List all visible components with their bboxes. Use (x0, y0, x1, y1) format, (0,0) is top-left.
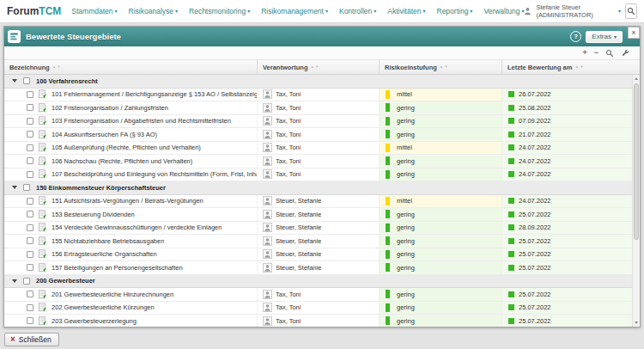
window-close-button[interactable]: × (628, 27, 640, 39)
schliessen-button[interactable]: × Schließen (4, 333, 59, 346)
column-header-1[interactable]: Verantwortung▲▼ (258, 60, 380, 74)
chevron-down-icon: ▾ (325, 9, 328, 14)
group-row[interactable]: 100 Verfahrensrecht (4, 75, 632, 89)
chevron-down-icon: ▾ (614, 34, 617, 40)
expand-all-button[interactable]: + (582, 49, 586, 57)
nav-item-rechtsmonitoring[interactable]: Rechtsmonitoring▾ (189, 7, 250, 15)
row-checkbox[interactable] (27, 118, 33, 125)
cell-bezeichnung: 203 Gewerbesteuerzerlegung (4, 315, 258, 327)
column-header-0[interactable]: Bezeichnung▲▼ (4, 60, 258, 74)
scrollbar-thumb[interactable] (634, 83, 639, 240)
user-menu[interactable]: Stefanie Steuer (ADMINISTRATOR) (536, 3, 613, 19)
sort-asc-icon: ▲ (440, 65, 443, 70)
row-checkbox[interactable] (27, 224, 33, 231)
column-header-2[interactable]: Risikoeinstufung▲▼ (380, 60, 502, 74)
owner-name: Tax, Toni (276, 170, 301, 178)
cell-bezeichnung: 105 Außenprüfung (Rechte, Pflichten und … (4, 142, 258, 155)
scroll-up-button[interactable] (633, 75, 640, 83)
collapse-all-button[interactable]: − (594, 49, 598, 57)
group-checkbox[interactable] (23, 184, 30, 191)
group-label: 200 Gewerbesteuer (36, 277, 95, 285)
row-checkbox[interactable] (27, 291, 33, 297)
assessment-date: 24.07.2022 (519, 157, 551, 165)
sort-icons[interactable]: ▲▼ (574, 65, 583, 70)
group-row[interactable]: 200 Gewerbesteuer (4, 275, 632, 289)
cell-bezeichnung: 155 Nichtabziehbare Betriebsausgaben (4, 235, 258, 248)
table-row[interactable]: 155 Nichtabziehbare BetriebsausgabenSteu… (4, 235, 632, 248)
group-checkbox[interactable] (23, 77, 30, 84)
row-checkbox[interactable] (27, 104, 33, 111)
row-checkbox[interactable] (27, 157, 33, 164)
steuergebiet-icon (38, 236, 47, 246)
extras-button[interactable]: Extras ▾ (586, 31, 623, 43)
app-logo[interactable]: ForumTCM (7, 5, 61, 17)
table-row[interactable]: 157 Beteiligungen an Personengesellschaf… (4, 261, 632, 275)
table-row[interactable]: 101 Fehlermanagement / Berichtigungsanze… (4, 89, 632, 102)
table-row[interactable]: 201 Gewerbesteuerliche HinzurechnungenTa… (4, 288, 632, 302)
table-row[interactable]: 107 Bescheidprüfung und Einlegung von Re… (4, 168, 632, 182)
risk-level-label: gering (397, 104, 415, 112)
table-row[interactable]: 154 Verdeckte Gewinnausschüttungen / ver… (4, 222, 632, 236)
row-checkbox[interactable] (27, 251, 33, 258)
scroll-down-button[interactable] (633, 319, 640, 327)
assessment-date: 25.07.2022 (519, 237, 551, 245)
nav-item-risikoanalyse[interactable]: Risikoanalyse▾ (129, 7, 178, 15)
person-icon (263, 196, 272, 205)
table-row[interactable]: 103 Fristenorganisation / Abgabefristen … (4, 115, 632, 129)
table-row[interactable]: 151 Aufsichtsrats-Vergütungen / Beirats-… (4, 195, 632, 209)
cell-risikoeinstufung: gering (380, 168, 502, 181)
filter-search-icon[interactable] (605, 49, 614, 58)
nav-item-aktivitten[interactable]: Aktivitäten▾ (387, 7, 425, 15)
nav-item-risikomanagement[interactable]: Risikomanagement▾ (261, 7, 328, 15)
sort-icons[interactable]: ▲▼ (440, 65, 448, 70)
table-toolbar: + − (4, 46, 640, 60)
row-checkbox[interactable] (27, 144, 33, 151)
column-header-3[interactable]: Letzte Bewertung am▲▼ (502, 60, 640, 74)
expand-collapse-icon[interactable] (12, 279, 17, 283)
row-checkbox[interactable] (27, 237, 33, 244)
cell-bezeichnung: 101 Fehlermanagement / Berichtigungsanze… (4, 89, 258, 101)
table-row[interactable]: 153 Besteuerung DividendenSteuer, Stefan… (4, 208, 632, 222)
row-checkbox[interactable] (27, 131, 33, 138)
settings-wrench-icon[interactable] (621, 49, 629, 58)
row-checkbox[interactable] (27, 264, 33, 271)
row-checkbox[interactable] (27, 211, 33, 217)
row-checkbox[interactable] (27, 198, 33, 205)
table-row[interactable]: 102 Fristenorganisation / Zahlungsfriste… (4, 101, 632, 115)
table-row[interactable]: 202 Gewerbesteuerliche KürzungenTax, Ton… (4, 302, 632, 315)
table-row[interactable]: 156 Ertragsteuerliche OrganschaftenSteue… (4, 248, 632, 262)
expand-collapse-icon[interactable] (12, 79, 17, 83)
assessment-status-icon (508, 118, 514, 124)
nav-item-stammdaten[interactable]: Stammdaten▾ (71, 7, 117, 15)
chevron-down-icon: ▾ (618, 9, 621, 14)
row-checkbox[interactable] (27, 171, 33, 178)
row-checkbox[interactable] (27, 304, 33, 311)
nav-item-label: Aktivitäten (387, 7, 421, 15)
nav-item-kontrollen[interactable]: Kontrollen▾ (339, 7, 376, 15)
table-row[interactable]: 104 Auskunftsersuchen FA (§ 93 AO)Tax, T… (4, 128, 632, 142)
global-search-button[interactable] (625, 3, 637, 19)
cell-letzte-bewertung: 25.07.2022 (502, 261, 632, 274)
table-row[interactable]: 106 Nachschau (Rechte, Pflichten und Ver… (4, 155, 632, 168)
nav-item-reporting[interactable]: Reporting▾ (437, 7, 473, 15)
nav-item-verwaltung[interactable]: Verwaltung▾ (483, 7, 524, 15)
row-checkbox[interactable] (27, 91, 33, 98)
cell-letzte-bewertung: 24.07.2022 (502, 142, 632, 155)
table-row[interactable]: 203 GewerbesteuerzerlegungTax, Tonigerin… (4, 315, 632, 327)
assessment-date: 24.07.2022 (519, 170, 551, 178)
row-checkbox[interactable] (27, 317, 33, 324)
vertical-scrollbar[interactable] (632, 75, 640, 327)
risk-level-label: gering (397, 264, 415, 272)
owner-name: Tax, Toni (276, 303, 301, 311)
owner-name: Tax, Toni (276, 90, 301, 98)
table-row[interactable]: 105 Außenprüfung (Rechte, Pflichten und … (4, 142, 632, 156)
sort-icons[interactable]: ▲▼ (311, 65, 319, 70)
group-checkbox[interactable] (23, 278, 30, 285)
assessment-date: 24.07.2022 (519, 144, 551, 151)
cell-risikoeinstufung: mittel (380, 142, 502, 155)
group-row[interactable]: 150 Einkommensteuer Körperschaftsteuer (4, 181, 632, 195)
expand-collapse-icon[interactable] (12, 186, 17, 189)
sort-icons[interactable]: ▲▼ (52, 65, 61, 70)
help-button[interactable]: ? (570, 31, 581, 42)
owner-name: Tax, Toni (276, 104, 301, 112)
